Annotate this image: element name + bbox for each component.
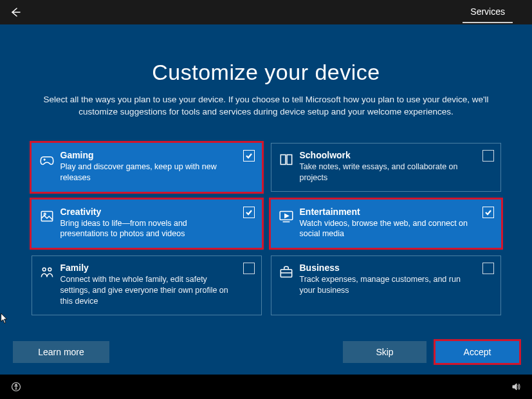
page-subtitle: Select all the ways you plan to use your… <box>41 94 491 118</box>
card-title: Entertainment <box>300 207 473 217</box>
checkbox[interactable] <box>482 263 494 274</box>
page-title: Customize your device <box>0 60 532 85</box>
learn-more-button[interactable]: Learn more <box>13 341 109 363</box>
schoolwork-icon <box>278 151 295 168</box>
accessibility-icon <box>11 382 21 392</box>
checkbox[interactable] <box>243 150 255 162</box>
card-desc: Track expenses, manage customers, and ru… <box>300 274 473 296</box>
checkmark-icon <box>245 152 253 160</box>
system-bar <box>0 375 532 399</box>
gaming-icon <box>39 151 55 168</box>
card-title: Creativity <box>60 207 234 217</box>
entertainment-icon <box>278 208 295 225</box>
tab-services[interactable]: Services <box>463 1 513 23</box>
card-desc: Bring ideas to life—from novels and pres… <box>60 218 234 240</box>
svg-point-3 <box>42 268 46 272</box>
family-icon <box>39 264 55 281</box>
accessibility-button[interactable] <box>9 380 23 394</box>
card-entertainment[interactable]: Entertainment Watch videos, browse the w… <box>271 200 501 248</box>
accept-button[interactable]: Accept <box>436 341 519 363</box>
checkmark-icon <box>484 209 492 216</box>
checkbox[interactable] <box>482 207 494 218</box>
svg-point-4 <box>48 268 51 272</box>
main-panel: Customize your device Select all the way… <box>0 24 532 375</box>
checkbox[interactable] <box>243 207 255 218</box>
card-desc: Take notes, write essays, and collaborat… <box>300 162 473 183</box>
back-button[interactable] <box>6 3 24 21</box>
card-gaming[interactable]: Gaming Play and discover games, keep up … <box>32 143 262 192</box>
skip-button[interactable]: Skip <box>343 341 427 363</box>
creativity-icon <box>39 208 55 225</box>
checkbox[interactable] <box>482 150 494 162</box>
card-title: Schoolwork <box>300 150 473 160</box>
checkbox[interactable] <box>243 263 255 274</box>
card-desc: Watch videos, browse the web, and connec… <box>300 218 473 240</box>
card-desc: Play and discover games, keep up with ne… <box>60 162 234 183</box>
checkmark-icon <box>245 209 253 216</box>
business-icon <box>278 264 295 281</box>
arrow-left-icon <box>9 6 22 19</box>
card-title: Family <box>60 263 234 273</box>
svg-point-7 <box>15 384 17 385</box>
usage-options-grid: Gaming Play and discover games, keep up … <box>32 143 501 315</box>
card-title: Gaming <box>60 150 234 160</box>
volume-icon <box>511 382 521 392</box>
card-schoolwork[interactable]: Schoolwork Take notes, write essays, and… <box>271 143 501 192</box>
card-family[interactable]: Family Connect with the whole family, ed… <box>32 255 262 315</box>
card-business[interactable]: Business Track expenses, manage customer… <box>271 255 501 315</box>
footer-buttons: Learn more Skip Accept <box>0 341 532 363</box>
card-desc: Connect with the whole family, edit safe… <box>60 274 234 307</box>
card-title: Business <box>300 263 473 273</box>
mouse-cursor <box>0 313 9 324</box>
title-bar: Services <box>0 0 532 24</box>
volume-button[interactable] <box>509 380 523 394</box>
card-creativity[interactable]: Creativity Bring ideas to life—from nove… <box>32 200 262 248</box>
svg-point-1 <box>44 213 46 215</box>
